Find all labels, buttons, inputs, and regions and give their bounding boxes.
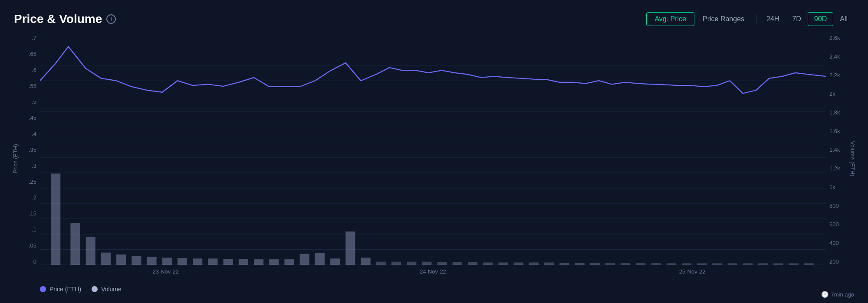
y-tick-right: 2.4k <box>826 53 854 60</box>
svg-rect-23 <box>162 258 172 265</box>
header: Price & Volume i Avg. Price Price Ranges… <box>14 12 854 26</box>
y-tick-right: 2.6k <box>826 35 854 41</box>
svg-rect-22 <box>147 257 156 265</box>
clock-icon: 🕐 <box>821 291 829 298</box>
svg-rect-36 <box>361 258 370 265</box>
y-tick-left: .7 <box>14 35 40 41</box>
y-tick-right: 600 <box>826 221 854 228</box>
y-axis-left-label: Price (ETH) <box>12 144 19 173</box>
grid-and-chart <box>40 35 826 265</box>
svg-rect-31 <box>284 259 294 265</box>
svg-rect-18 <box>86 237 95 265</box>
timestamp-value: 7min ago <box>831 291 854 298</box>
time-all-button[interactable]: All <box>833 12 854 26</box>
svg-rect-35 <box>345 231 355 265</box>
x-axis: 23-Nov-22 24-Nov-22 25-Nov-22 <box>40 265 826 282</box>
svg-rect-33 <box>315 253 325 265</box>
x-tick-24nov: 24-Nov-22 <box>420 268 446 275</box>
info-icon[interactable]: i <box>106 14 116 24</box>
chart-svg <box>40 35 826 265</box>
time-24h-button[interactable]: 24H <box>760 12 786 26</box>
y-tick-left: .1 <box>14 226 40 233</box>
y-tick-right: 2k <box>826 91 854 97</box>
legend-price: Price (ETH) <box>40 286 81 293</box>
svg-rect-24 <box>178 258 187 265</box>
x-tick-23nov: 23-Nov-22 <box>152 268 179 275</box>
y-tick-left: .15 <box>14 210 40 217</box>
svg-rect-38 <box>391 262 401 265</box>
y-tick-left: .55 <box>14 83 40 89</box>
svg-rect-20 <box>116 254 126 265</box>
y-axis-right-label: Volume (ETH) <box>850 141 856 176</box>
chart-inner: 23-Nov-22 24-Nov-22 25-Nov-22 <box>40 35 826 282</box>
svg-rect-34 <box>330 258 340 265</box>
y-tick-right: 200 <box>826 258 854 265</box>
y-tick-right: 400 <box>826 240 854 246</box>
svg-rect-16 <box>51 173 60 265</box>
time-90d-button[interactable]: 90D <box>808 12 833 26</box>
chart-area: .7 .65 .6 .55 .5 .45 .4 .35 .3 .25 .2 .1… <box>14 35 854 282</box>
legend-volume: Volume <box>92 286 122 293</box>
y-tick-left: .2 <box>14 194 40 201</box>
title-area: Price & Volume i <box>14 12 116 26</box>
y-tick-left: .5 <box>14 98 40 105</box>
y-tick-left: .25 <box>14 179 40 185</box>
y-tick-right: 1.6k <box>826 128 854 134</box>
price-ranges-button[interactable]: Price Ranges <box>694 12 753 26</box>
y-tick-left: 0 <box>14 258 40 265</box>
legend: Price (ETH) Volume <box>14 286 854 293</box>
svg-rect-25 <box>193 258 202 265</box>
legend-price-dot <box>40 286 46 292</box>
legend-volume-dot <box>92 286 98 292</box>
svg-rect-26 <box>208 258 217 265</box>
svg-rect-27 <box>224 259 233 265</box>
svg-rect-28 <box>239 259 248 265</box>
y-axis-left: .7 .65 .6 .55 .5 .45 .4 .35 .3 .25 .2 .1… <box>14 35 40 282</box>
chart-container: Price & Volume i Avg. Price Price Ranges… <box>0 0 868 303</box>
svg-rect-37 <box>376 262 386 265</box>
y-tick-right: 1.8k <box>826 109 854 116</box>
svg-rect-40 <box>422 262 431 265</box>
y-tick-right: 800 <box>826 202 854 209</box>
svg-rect-21 <box>132 256 141 265</box>
y-tick-left: .45 <box>14 114 40 121</box>
y-tick-left: .6 <box>14 67 40 73</box>
svg-rect-32 <box>300 254 309 265</box>
y-axis-right: 2.6k 2.4k 2.2k 2k 1.8k 1.6k 1.4k 1.2k 1k… <box>826 35 854 282</box>
y-tick-right: 2.2k <box>826 72 854 78</box>
timestamp: 🕐 7min ago <box>821 291 854 298</box>
y-tick-left: .05 <box>14 242 40 249</box>
legend-price-label: Price (ETH) <box>49 286 81 293</box>
svg-rect-29 <box>254 259 263 265</box>
separator <box>756 14 756 24</box>
chart-title: Price & Volume <box>14 12 102 26</box>
svg-rect-17 <box>70 223 80 265</box>
y-tick-right: 1k <box>826 184 854 190</box>
avg-price-button[interactable]: Avg. Price <box>646 12 694 26</box>
controls: Avg. Price Price Ranges 24H 7D 90D All <box>646 12 854 26</box>
x-tick-25nov: 25-Nov-22 <box>679 268 706 275</box>
time-7d-button[interactable]: 7D <box>786 12 807 26</box>
legend-volume-label: Volume <box>101 286 122 293</box>
y-tick-left: .4 <box>14 130 40 137</box>
svg-rect-19 <box>101 253 111 265</box>
svg-rect-39 <box>407 262 416 265</box>
y-tick-left: .65 <box>14 51 40 57</box>
svg-rect-30 <box>269 259 279 265</box>
